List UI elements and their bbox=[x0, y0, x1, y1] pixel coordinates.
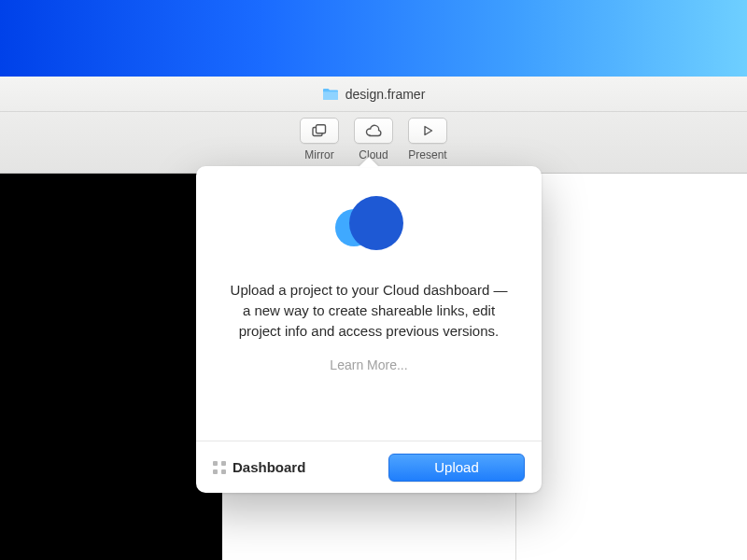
toolbar-item-mirror: Mirror bbox=[300, 118, 339, 161]
toolbar-item-present: Present bbox=[408, 118, 447, 161]
mirror-button[interactable] bbox=[300, 118, 339, 144]
popover-body: Upload a project to your Cloud dashboard… bbox=[196, 166, 542, 441]
play-icon bbox=[421, 124, 434, 137]
learn-more-link[interactable]: Learn More... bbox=[330, 357, 407, 372]
folder-icon bbox=[322, 88, 339, 101]
upload-label: Upload bbox=[434, 459, 479, 475]
layers-panel bbox=[0, 174, 222, 560]
window-title: design.framer bbox=[345, 87, 426, 102]
cloud-hero-icon bbox=[322, 190, 416, 256]
cloud-icon bbox=[364, 124, 383, 137]
window-titlebar: design.framer bbox=[0, 77, 747, 112]
mirror-icon bbox=[312, 124, 327, 137]
dashboard-button[interactable]: Dashboard bbox=[213, 459, 305, 475]
svg-point-3 bbox=[349, 196, 403, 250]
cloud-button[interactable] bbox=[354, 118, 393, 144]
svg-rect-1 bbox=[317, 125, 326, 133]
present-label: Present bbox=[408, 148, 446, 161]
grid-icon bbox=[213, 461, 226, 474]
present-button[interactable] bbox=[408, 118, 447, 144]
dashboard-label: Dashboard bbox=[233, 459, 305, 475]
mirror-label: Mirror bbox=[304, 148, 333, 161]
toolbar-item-cloud: Cloud bbox=[354, 118, 393, 161]
cloud-popover: Upload a project to your Cloud dashboard… bbox=[196, 166, 542, 493]
header-banner bbox=[0, 0, 747, 77]
popover-footer: Dashboard Upload bbox=[196, 441, 542, 493]
popover-description: Upload a project to your Cloud dashboard… bbox=[228, 280, 510, 341]
upload-button[interactable]: Upload bbox=[388, 454, 525, 482]
